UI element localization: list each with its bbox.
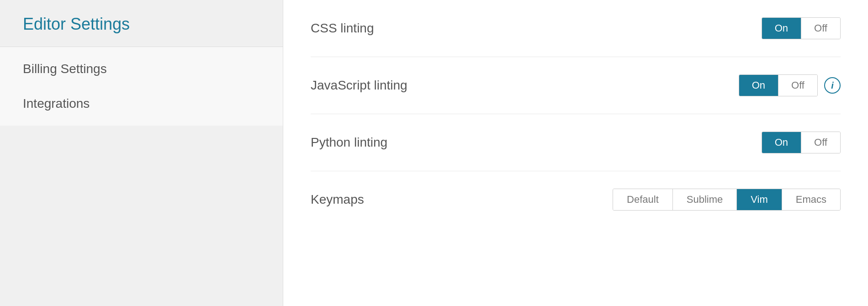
javascript-linting-control: On Off i: [739, 74, 841, 96]
keymap-emacs-button[interactable]: Emacs: [782, 189, 840, 210]
sidebar-item-integrations[interactable]: Integrations: [0, 86, 283, 121]
keymap-sublime-button[interactable]: Sublime: [673, 189, 737, 210]
keymaps-label: Keymaps: [311, 192, 364, 207]
javascript-linting-info-icon[interactable]: i: [824, 77, 841, 94]
python-linting-toggle-group: On Off: [762, 132, 841, 153]
sidebar-title: Editor Settings: [0, 0, 283, 47]
javascript-linting-off-button[interactable]: Off: [778, 75, 817, 96]
css-linting-on-button[interactable]: On: [762, 18, 801, 39]
keymaps-row: Keymaps Default Sublime Vim Emacs: [311, 171, 841, 228]
css-linting-control: On Off: [762, 17, 841, 39]
python-linting-off-button[interactable]: Off: [801, 132, 840, 153]
python-linting-row: Python linting On Off: [311, 114, 841, 171]
css-linting-label: CSS linting: [311, 21, 374, 36]
keymap-default-button[interactable]: Default: [613, 189, 673, 210]
python-linting-control: On Off: [762, 132, 841, 153]
javascript-linting-row: JavaScript linting On Off i: [311, 57, 841, 114]
python-linting-on-button[interactable]: On: [762, 132, 801, 153]
sidebar-nav: Billing Settings Integrations: [0, 47, 283, 126]
sidebar: Editor Settings Billing Settings Integra…: [0, 0, 283, 306]
python-linting-label: Python linting: [311, 135, 387, 150]
javascript-linting-label: JavaScript linting: [311, 78, 408, 93]
main-content: CSS linting On Off JavaScript linting On…: [283, 0, 868, 306]
javascript-linting-on-button[interactable]: On: [739, 75, 778, 96]
css-linting-off-button[interactable]: Off: [801, 18, 840, 39]
keymaps-group: Default Sublime Vim Emacs: [613, 189, 841, 211]
javascript-linting-toggle-group: On Off: [739, 74, 818, 96]
css-linting-row: CSS linting On Off: [311, 0, 841, 57]
css-linting-toggle-group: On Off: [762, 17, 841, 39]
keymap-vim-button[interactable]: Vim: [737, 189, 782, 210]
keymaps-control: Default Sublime Vim Emacs: [613, 189, 841, 211]
sidebar-item-billing-settings[interactable]: Billing Settings: [0, 52, 283, 86]
